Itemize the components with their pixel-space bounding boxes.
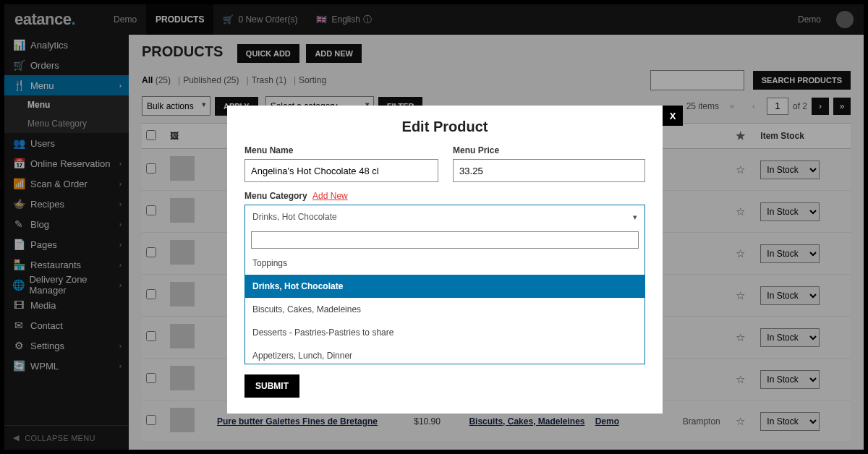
modal-close-button[interactable]: X bbox=[663, 106, 683, 126]
category-combobox[interactable]: Drinks, Hot Chocolate▾ ToppingsDrinks, H… bbox=[244, 205, 645, 364]
modal-title: Edit Product bbox=[244, 119, 645, 135]
edit-product-modal: X Edit Product Menu Name Menu Price Menu… bbox=[227, 106, 663, 414]
submit-button[interactable]: SUBMIT bbox=[244, 374, 299, 398]
category-option[interactable]: Drinks, Hot Chocolate bbox=[245, 275, 644, 298]
menu-price-label: Menu Price bbox=[453, 145, 645, 155]
menu-name-label: Menu Name bbox=[244, 145, 438, 155]
category-combobox-head[interactable]: Drinks, Hot Chocolate▾ bbox=[245, 205, 644, 228]
menu-name-input[interactable] bbox=[244, 159, 438, 182]
add-new-category-link[interactable]: Add New bbox=[312, 191, 348, 201]
chevron-down-icon: ▾ bbox=[633, 213, 637, 222]
category-option[interactable]: Biscuits, Cakes, Madeleines bbox=[245, 298, 644, 321]
menu-price-input[interactable] bbox=[453, 159, 645, 182]
category-option[interactable]: Desserts - Pastries-Pastries to share bbox=[245, 321, 644, 344]
category-option[interactable]: Appetizers, Lunch, Dinner bbox=[245, 344, 644, 364]
category-combobox-list: ToppingsDrinks, Hot ChocolateBiscuits, C… bbox=[245, 252, 644, 364]
category-combobox-search[interactable] bbox=[251, 231, 639, 249]
menu-category-label: Menu Category Add New bbox=[244, 191, 645, 201]
category-option[interactable]: Toppings bbox=[245, 252, 644, 275]
